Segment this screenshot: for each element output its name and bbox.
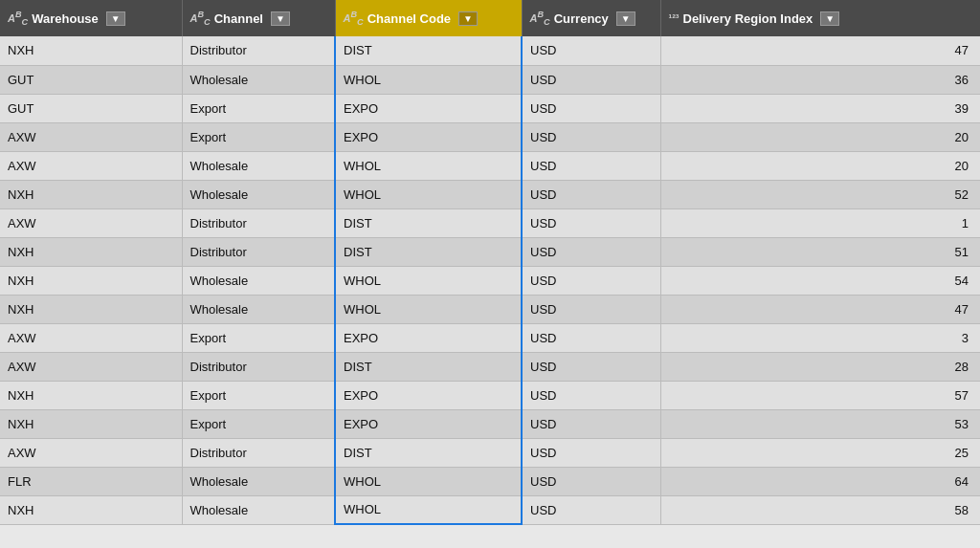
cell-channel-code: EXPO [335, 381, 522, 409]
cell-channel-code: WHOL [335, 266, 522, 295]
cell-channel-code: DIST [335, 352, 522, 381]
cell-delivery-region-index: 39 [660, 94, 980, 122]
cell-warehouse: NXH [0, 295, 182, 323]
cell-channel: Wholesale [182, 65, 335, 94]
cell-channel: Export [182, 122, 335, 151]
cell-warehouse: AXW [0, 352, 182, 381]
cell-currency: USD [522, 180, 660, 208]
table-row: AXWWholesaleWHOLUSD20 [0, 151, 980, 180]
cell-channel: Wholesale [182, 266, 335, 295]
cell-delivery-region-index: 25 [660, 438, 980, 467]
cell-currency: USD [522, 495, 660, 524]
cell-channel-code: WHOL [335, 467, 522, 495]
currency-col-label: Currency [554, 11, 609, 26]
cell-delivery-region-index: 58 [660, 495, 980, 524]
cell-channel-code: WHOL [335, 295, 522, 323]
cell-channel: Distributor [182, 208, 335, 237]
table-row: NXHWholesaleWHOLUSD54 [0, 266, 980, 295]
table-row: AXWExportEXPOUSD20 [0, 122, 980, 151]
cell-channel-code: DIST [335, 36, 522, 65]
cell-warehouse: NXH [0, 180, 182, 208]
cell-delivery-region-index: 51 [660, 237, 980, 266]
table-row: NXHExportEXPOUSD57 [0, 381, 980, 409]
cell-currency: USD [522, 122, 660, 151]
table-row: NXHWholesaleWHOLUSD58 [0, 495, 980, 524]
cell-warehouse: NXH [0, 266, 182, 295]
cell-channel-code: DIST [335, 438, 522, 467]
cell-warehouse: AXW [0, 323, 182, 352]
header-currency: ABC Currency ▼ [522, 0, 660, 36]
channel-type-icon: ABC [190, 10, 211, 27]
cell-channel-code: EXPO [335, 323, 522, 352]
table-row: NXHWholesaleWHOLUSD47 [0, 295, 980, 323]
table-row: GUTExportEXPOUSD39 [0, 94, 980, 122]
cell-delivery-region-index: 20 [660, 151, 980, 180]
table-row: NXHWholesaleWHOLUSD52 [0, 180, 980, 208]
currency-type-icon: ABC [530, 10, 550, 27]
cell-currency: USD [522, 266, 660, 295]
header-warehouse: ABC Warehouse ▼ [0, 0, 182, 36]
channel-col-label: Channel [214, 11, 263, 26]
cell-warehouse: NXH [0, 36, 182, 65]
header-channel-code: ABC Channel Code ▼ [335, 0, 522, 36]
cell-currency: USD [522, 409, 660, 438]
cell-warehouse: AXW [0, 122, 182, 151]
cell-delivery-region-index: 54 [660, 266, 980, 295]
table-body: NXHDistributorDISTUSD47GUTWholesaleWHOLU… [0, 36, 980, 524]
warehouse-type-icon: ABC [8, 10, 28, 27]
cell-warehouse: NXH [0, 495, 182, 524]
cell-channel: Wholesale [182, 295, 335, 323]
delivery-type-icon: ¹²³ [669, 12, 679, 24]
cell-warehouse: NXH [0, 381, 182, 409]
cell-channel: Wholesale [182, 467, 335, 495]
cell-currency: USD [522, 151, 660, 180]
cell-currency: USD [522, 381, 660, 409]
cell-currency: USD [522, 65, 660, 94]
cell-delivery-region-index: 3 [660, 323, 980, 352]
cell-delivery-region-index: 1 [660, 208, 980, 237]
cell-currency: USD [522, 36, 660, 65]
cell-channel-code: WHOL [335, 180, 522, 208]
cell-channel-code: EXPO [335, 122, 522, 151]
cell-channel: Distributor [182, 237, 335, 266]
cell-channel-code: WHOL [335, 65, 522, 94]
table-row: FLRWholesaleWHOLUSD64 [0, 467, 980, 495]
table-row: NXHDistributorDISTUSD51 [0, 237, 980, 266]
channel-code-sort-btn[interactable]: ▼ [458, 11, 478, 26]
cell-warehouse: GUT [0, 65, 182, 94]
cell-channel-code: EXPO [335, 409, 522, 438]
cell-channel: Wholesale [182, 151, 335, 180]
cell-channel-code: EXPO [335, 94, 522, 122]
cell-warehouse: GUT [0, 94, 182, 122]
cell-warehouse: AXW [0, 208, 182, 237]
cell-currency: USD [522, 352, 660, 381]
cell-delivery-region-index: 57 [660, 381, 980, 409]
cell-currency: USD [522, 438, 660, 467]
table-row: AXWExportEXPOUSD3 [0, 323, 980, 352]
cell-channel: Distributor [182, 352, 335, 381]
cell-channel: Export [182, 409, 335, 438]
header-delivery-region: ¹²³ Delivery Region Index ▼ [660, 0, 980, 36]
cell-channel: Distributor [182, 438, 335, 467]
delivery-sort-btn[interactable]: ▼ [820, 11, 839, 26]
channel-code-type-icon: ABC [344, 10, 364, 27]
cell-delivery-region-index: 52 [660, 180, 980, 208]
table-row: AXWDistributorDISTUSD1 [0, 208, 980, 237]
cell-channel: Export [182, 94, 335, 122]
channel-sort-btn[interactable]: ▼ [271, 11, 290, 26]
currency-sort-btn[interactable]: ▼ [616, 11, 635, 26]
cell-delivery-region-index: 28 [660, 352, 980, 381]
cell-delivery-region-index: 20 [660, 122, 980, 151]
cell-delivery-region-index: 47 [660, 36, 980, 65]
cell-channel-code: DIST [335, 208, 522, 237]
warehouse-sort-btn[interactable]: ▼ [106, 11, 125, 26]
cell-delivery-region-index: 47 [660, 295, 980, 323]
cell-delivery-region-index: 53 [660, 409, 980, 438]
delivery-col-label: Delivery Region Index [683, 11, 813, 26]
cell-channel-code: WHOL [335, 495, 522, 524]
table-row: AXWDistributorDISTUSD28 [0, 352, 980, 381]
table-row: NXHExportEXPOUSD53 [0, 409, 980, 438]
table-row: NXHDistributorDISTUSD47 [0, 36, 980, 65]
cell-warehouse: AXW [0, 438, 182, 467]
cell-channel-code: WHOL [335, 151, 522, 180]
